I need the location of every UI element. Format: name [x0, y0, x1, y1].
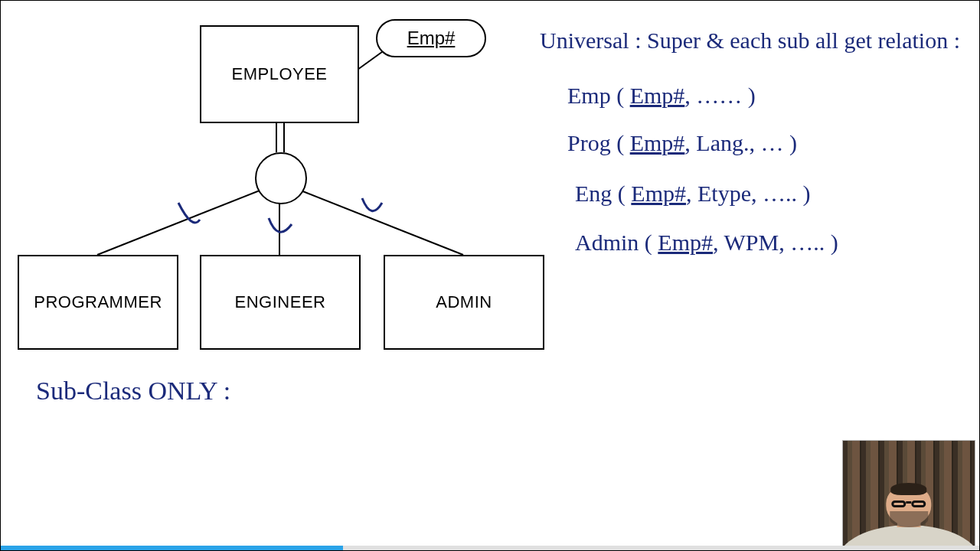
note-universal-header: Universal : Super & each sub all get rel…	[540, 28, 960, 53]
whiteboard-frame: EMPLOYEE Emp# PROGRAMMER ENGINEER ADMIN …	[0, 0, 980, 551]
note-rel-prog: Prog ( Emp#, Lang., … )	[567, 131, 797, 155]
entity-engineer: ENGINEER	[200, 255, 361, 350]
note-rel-emp: Emp ( Emp#, …… )	[567, 83, 756, 108]
video-progress-fill	[1, 546, 343, 550]
note-rel-eng: Eng ( Emp#, Etype, ….. )	[575, 181, 810, 206]
entity-admin-label: ADMIN	[436, 292, 492, 312]
attr-emp-number: Emp#	[376, 19, 486, 57]
webcam-overlay	[843, 441, 975, 548]
specialization-circle	[255, 152, 307, 204]
attr-emp-number-label: Emp#	[407, 28, 456, 49]
note-rel-admin: Admin ( Emp#, WPM, ….. )	[575, 230, 838, 255]
entity-programmer: PROGRAMMER	[18, 255, 178, 350]
entity-engineer-label: ENGINEER	[235, 292, 326, 312]
entity-employee: EMPLOYEE	[200, 25, 359, 123]
svg-line-5	[301, 191, 463, 255]
svg-line-3	[97, 191, 260, 255]
note-subclass-only: Sub-Class ONLY :	[36, 377, 230, 405]
entity-employee-label: EMPLOYEE	[231, 64, 327, 84]
video-progress-bar[interactable]	[1, 546, 979, 550]
presenter-silhouette	[867, 472, 951, 548]
svg-line-0	[358, 50, 385, 70]
entity-programmer-label: PROGRAMMER	[34, 292, 162, 312]
entity-admin: ADMIN	[384, 255, 544, 350]
